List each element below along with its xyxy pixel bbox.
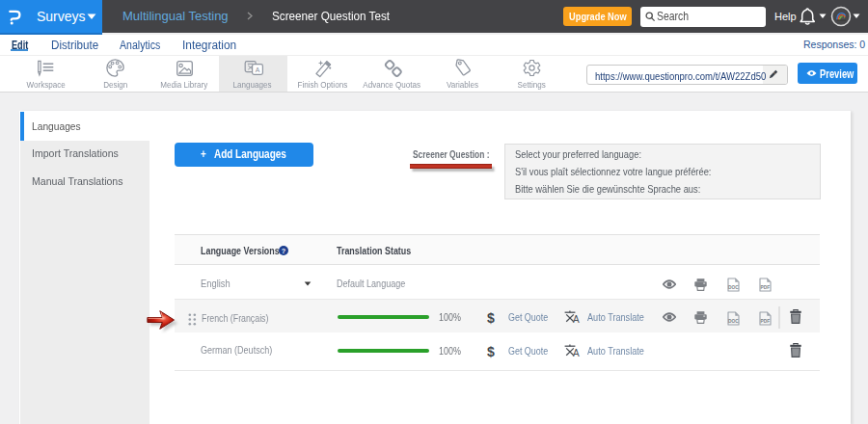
svg-text:PDF: PDF: [760, 285, 770, 290]
svg-text:DOC: DOC: [728, 318, 739, 323]
svg-text:A: A: [573, 314, 580, 324]
svg-text:A: A: [573, 348, 580, 358]
svg-text:DOC: DOC: [728, 285, 739, 290]
svg-text:?: ?: [281, 247, 285, 255]
svg-text:PDF: PDF: [760, 318, 770, 323]
svg-text:A: A: [256, 66, 260, 73]
